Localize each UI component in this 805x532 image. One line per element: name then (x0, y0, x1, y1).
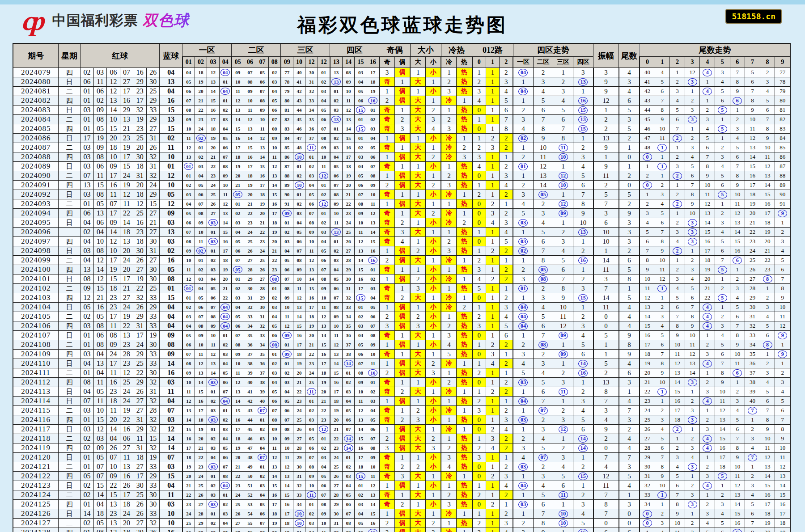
route-cell: 1 (500, 284, 513, 293)
attr-cell: 4 (426, 124, 441, 134)
issue-cell: 2024090 (13, 171, 59, 181)
tail-trend-cell: 9 (670, 331, 685, 340)
hit-circle: 09 (282, 210, 292, 217)
attr-cell-highlight: 偶 (394, 434, 410, 443)
site-url-badge[interactable]: 518158.cn (725, 9, 782, 24)
tail-trend-cell: 31 (745, 312, 760, 321)
attr-cell: 3 (394, 228, 410, 237)
hit-circle: 13 (331, 78, 341, 85)
zone-cell: 8 (533, 519, 553, 528)
red-ball: 30 (146, 368, 160, 378)
blue-ball-hit: 04 (513, 481, 533, 490)
miss-cell: 02 (330, 134, 343, 143)
tail-trend-cell: 7 (670, 312, 685, 321)
miss-cell: 15 (232, 406, 244, 415)
miss-cell: 11 (182, 265, 195, 274)
red-ball: 01 (80, 199, 94, 209)
tail-trend-cell: 5 (775, 397, 790, 406)
tail-number-cell: 2 (619, 246, 640, 256)
attr-cell-highlight: 偶 (394, 528, 410, 532)
tail-number-cell: 9 (619, 350, 640, 359)
tail-trend-cell: 11 (775, 312, 790, 321)
red-ball: 23 (107, 303, 120, 312)
route-cell-highlight: 1 (486, 68, 500, 77)
miss-cell: 04 (268, 87, 281, 96)
zone-cell: 1 (553, 500, 573, 509)
route-cell: 3 (486, 434, 500, 443)
attr-cell-highlight: 小 (426, 68, 441, 77)
miss-cell: 04 (182, 199, 195, 209)
attr-cell-highlight: 热 (457, 87, 472, 96)
column-group-header: 二区 (232, 43, 281, 57)
miss-cell: 36 (342, 331, 355, 340)
miss-cell: 11 (244, 106, 256, 115)
tail-trend-cell: 16 (760, 490, 775, 500)
weekday-cell: 日 (59, 509, 80, 519)
miss-cell: 05 (195, 293, 207, 303)
blue-ball-hit: 04 (513, 303, 533, 312)
tail-number-cell: 6 (619, 368, 640, 378)
route-cell: 1 (486, 171, 500, 181)
miss-cell: 05 (305, 190, 318, 199)
column-sub-header: 2 (670, 57, 685, 68)
red-ball: 13 (107, 96, 120, 106)
red-ball: 24 (120, 387, 133, 397)
miss-cell: 09 (232, 350, 244, 359)
route-cell: 3 (500, 77, 513, 87)
red-ball: 09 (93, 106, 107, 115)
miss-cell: 06 (367, 152, 379, 162)
tail-trend-cell: 80 (775, 96, 790, 106)
blue-ball-hit: 09 (281, 331, 293, 340)
miss-cell: 05 (342, 406, 355, 415)
attr-cell-highlight: 偶 (394, 443, 410, 453)
route-cell-highlight: 1 (486, 519, 500, 528)
tail-trend-cell: 1 (730, 378, 745, 387)
miss-cell: 46 (293, 124, 305, 134)
miss-cell: 05 (232, 237, 244, 246)
miss-cell: 01 (367, 378, 379, 387)
miss-cell: 83 (281, 124, 293, 134)
tail-trend-cell: 10 (730, 350, 745, 359)
red-ball: 19 (93, 134, 107, 143)
attr-cell-highlight: 大 (410, 293, 426, 303)
table-row: 2024099二04121724262716100102180727252205… (13, 256, 790, 265)
tail-trend-cell: 7 (760, 115, 775, 124)
attr-cell: 1 (379, 303, 395, 312)
red-ball: 18 (133, 453, 147, 462)
miss-cell: 23 (318, 415, 330, 425)
miss-cell: 04 (281, 246, 293, 256)
miss-cell: 01 (207, 425, 220, 434)
tail-trend-cell: 12 (685, 350, 700, 359)
miss-cell: 10 (281, 303, 293, 312)
tail-trend-cell: 9 (715, 378, 730, 387)
blue-ball-number: 04 (160, 312, 182, 321)
miss-cell: 86 (281, 152, 293, 162)
attr-cell-highlight: 偶 (394, 181, 410, 190)
tail-trend-cell: 18 (640, 350, 655, 359)
route-cell-highlight: 1 (486, 397, 500, 406)
miss-cell: 12 (207, 68, 220, 77)
miss-cell: 03 (355, 152, 367, 162)
miss-cell: 07 (281, 274, 293, 284)
miss-cell: 05 (330, 162, 343, 171)
route-cell: 2 (500, 406, 513, 415)
tail-trend-cell: 1 (745, 462, 760, 472)
hit-circle: 15 (356, 106, 365, 114)
tail-trend-cell: 4 (685, 453, 700, 462)
trend-table-container: 期号星期红球蓝球一区二区三区四区奇偶大小冷热012路四区走势振幅尾数尾数走势01… (13, 43, 791, 532)
hit-circle: 09 (282, 350, 292, 358)
zone-cell: 5 (553, 256, 573, 265)
hit-circle: 8 (763, 275, 772, 283)
attr-cell: 1 (379, 274, 395, 284)
zone-cell: 1 (513, 77, 533, 87)
blue-ball-hit: 04 (513, 68, 533, 77)
hit-circle: 16 (578, 97, 588, 105)
miss-cell: 18 (256, 190, 269, 199)
route-cell-highlight: 0 (472, 350, 486, 359)
attr-cell-highlight: 奇 (379, 453, 395, 462)
miss-cell: 34 (305, 106, 318, 115)
miss-cell: 07 (219, 387, 232, 397)
miss-cell: 19 (342, 171, 355, 181)
red-ball: 24 (120, 303, 133, 312)
tail-trend-cell: 8 (775, 284, 790, 293)
